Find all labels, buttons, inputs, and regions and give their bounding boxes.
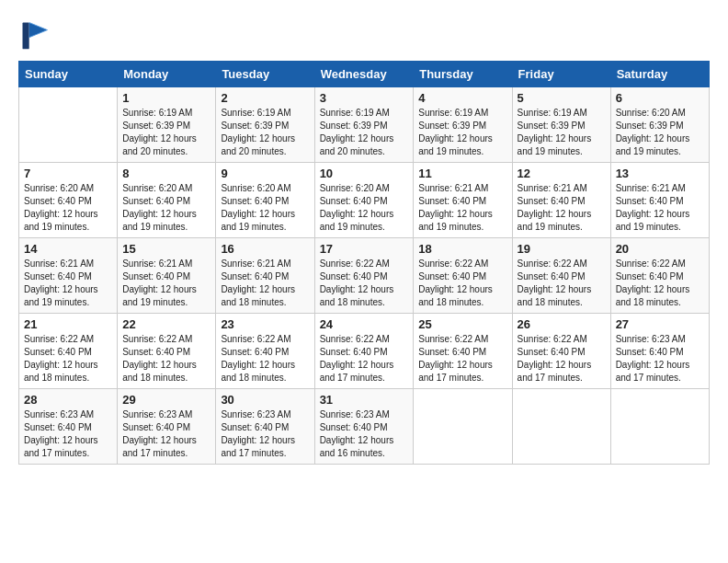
calendar-cell: 9Sunrise: 6:20 AM Sunset: 6:40 PM Daylig… — [216, 163, 314, 238]
calendar-cell: 23Sunrise: 6:22 AM Sunset: 6:40 PM Dayli… — [216, 314, 314, 389]
calendar-cell: 16Sunrise: 6:21 AM Sunset: 6:40 PM Dayli… — [216, 238, 314, 314]
calendar-cell: 10Sunrise: 6:20 AM Sunset: 6:40 PM Dayli… — [314, 163, 414, 238]
logo-icon — [18, 18, 51, 52]
logo — [18, 18, 55, 52]
day-info: Sunrise: 6:21 AM Sunset: 6:40 PM Dayligh… — [518, 182, 606, 234]
day-number: 18 — [418, 242, 506, 256]
weekday-header-tuesday: Tuesday — [216, 62, 314, 87]
day-info: Sunrise: 6:23 AM Sunset: 6:40 PM Dayligh… — [122, 408, 210, 460]
calendar-cell: 5Sunrise: 6:19 AM Sunset: 6:39 PM Daylig… — [512, 87, 610, 163]
day-number: 15 — [122, 242, 210, 256]
weekday-header-saturday: Saturday — [610, 62, 709, 87]
day-info: Sunrise: 6:22 AM Sunset: 6:40 PM Dayligh… — [320, 258, 409, 309]
day-info: Sunrise: 6:20 AM Sunset: 6:40 PM Dayligh… — [320, 182, 409, 234]
day-number: 27 — [616, 317, 704, 331]
day-info: Sunrise: 6:19 AM Sunset: 6:39 PM Dayligh… — [518, 107, 606, 158]
day-info: Sunrise: 6:20 AM Sunset: 6:40 PM Dayligh… — [24, 182, 112, 234]
day-info: Sunrise: 6:19 AM Sunset: 6:39 PM Dayligh… — [221, 107, 309, 158]
day-number: 6 — [616, 91, 704, 105]
day-info: Sunrise: 6:20 AM Sunset: 6:40 PM Dayligh… — [221, 182, 309, 234]
day-number: 3 — [320, 91, 409, 105]
calendar-cell — [512, 389, 610, 465]
weekday-header-monday: Monday — [118, 62, 216, 87]
calendar-cell: 3Sunrise: 6:19 AM Sunset: 6:39 PM Daylig… — [314, 87, 414, 163]
calendar-cell: 1Sunrise: 6:19 AM Sunset: 6:39 PM Daylig… — [118, 87, 216, 163]
day-info: Sunrise: 6:23 AM Sunset: 6:40 PM Dayligh… — [320, 408, 409, 460]
calendar-table: SundayMondayTuesdayWednesdayThursdayFrid… — [18, 61, 710, 465]
calendar-cell: 13Sunrise: 6:21 AM Sunset: 6:40 PM Dayli… — [610, 163, 709, 238]
day-number: 2 — [221, 91, 309, 105]
day-info: Sunrise: 6:19 AM Sunset: 6:39 PM Dayligh… — [418, 107, 506, 158]
day-number: 29 — [122, 393, 210, 407]
day-number: 12 — [518, 167, 606, 180]
day-info: Sunrise: 6:21 AM Sunset: 6:40 PM Dayligh… — [418, 182, 506, 234]
calendar-cell: 11Sunrise: 6:21 AM Sunset: 6:40 PM Dayli… — [414, 163, 512, 238]
calendar-cell: 22Sunrise: 6:22 AM Sunset: 6:40 PM Dayli… — [118, 314, 216, 389]
weekday-header-sunday: Sunday — [19, 62, 118, 87]
day-info: Sunrise: 6:19 AM Sunset: 6:39 PM Dayligh… — [122, 107, 210, 158]
day-info: Sunrise: 6:23 AM Sunset: 6:40 PM Dayligh… — [24, 408, 112, 460]
day-info: Sunrise: 6:23 AM Sunset: 6:40 PM Dayligh… — [616, 333, 704, 385]
day-number: 14 — [24, 242, 112, 256]
day-info: Sunrise: 6:22 AM Sunset: 6:40 PM Dayligh… — [616, 258, 704, 309]
weekday-header-wednesday: Wednesday — [314, 62, 414, 87]
day-info: Sunrise: 6:22 AM Sunset: 6:40 PM Dayligh… — [122, 333, 210, 385]
calendar-cell: 2Sunrise: 6:19 AM Sunset: 6:39 PM Daylig… — [216, 87, 314, 163]
day-number: 17 — [320, 242, 409, 256]
weekday-header-friday: Friday — [512, 62, 610, 87]
calendar-cell — [19, 87, 118, 163]
day-number: 26 — [518, 317, 606, 331]
day-info: Sunrise: 6:22 AM Sunset: 6:40 PM Dayligh… — [518, 333, 606, 385]
calendar-cell: 14Sunrise: 6:21 AM Sunset: 6:40 PM Dayli… — [19, 238, 118, 314]
calendar-cell: 30Sunrise: 6:23 AM Sunset: 6:40 PM Dayli… — [216, 389, 314, 465]
calendar-cell: 15Sunrise: 6:21 AM Sunset: 6:40 PM Dayli… — [118, 238, 216, 314]
day-info: Sunrise: 6:20 AM Sunset: 6:39 PM Dayligh… — [616, 107, 704, 158]
day-number: 16 — [221, 242, 309, 256]
day-number: 21 — [24, 317, 112, 331]
day-number: 20 — [616, 242, 704, 256]
day-number: 7 — [24, 167, 112, 180]
header — [18, 18, 710, 52]
calendar-week-1: 1Sunrise: 6:19 AM Sunset: 6:39 PM Daylig… — [19, 87, 710, 163]
calendar-cell: 19Sunrise: 6:22 AM Sunset: 6:40 PM Dayli… — [512, 238, 610, 314]
day-info: Sunrise: 6:22 AM Sunset: 6:40 PM Dayligh… — [418, 333, 506, 385]
calendar-cell: 27Sunrise: 6:23 AM Sunset: 6:40 PM Dayli… — [610, 314, 709, 389]
day-number: 9 — [221, 167, 309, 180]
day-number: 30 — [221, 393, 309, 407]
day-number: 13 — [616, 167, 704, 180]
calendar-cell: 25Sunrise: 6:22 AM Sunset: 6:40 PM Dayli… — [414, 314, 512, 389]
calendar-cell: 21Sunrise: 6:22 AM Sunset: 6:40 PM Dayli… — [19, 314, 118, 389]
day-info: Sunrise: 6:22 AM Sunset: 6:40 PM Dayligh… — [518, 258, 606, 309]
day-number: 25 — [418, 317, 506, 331]
day-number: 8 — [122, 167, 210, 180]
day-number: 10 — [320, 167, 409, 180]
day-info: Sunrise: 6:20 AM Sunset: 6:40 PM Dayligh… — [122, 182, 210, 234]
weekday-header-row: SundayMondayTuesdayWednesdayThursdayFrid… — [19, 62, 710, 87]
calendar-cell: 18Sunrise: 6:22 AM Sunset: 6:40 PM Dayli… — [414, 238, 512, 314]
day-info: Sunrise: 6:21 AM Sunset: 6:40 PM Dayligh… — [616, 182, 704, 234]
day-number: 22 — [122, 317, 210, 331]
calendar-week-2: 7Sunrise: 6:20 AM Sunset: 6:40 PM Daylig… — [19, 163, 710, 238]
day-info: Sunrise: 6:19 AM Sunset: 6:39 PM Dayligh… — [320, 107, 409, 158]
calendar-week-3: 14Sunrise: 6:21 AM Sunset: 6:40 PM Dayli… — [19, 238, 710, 314]
calendar-cell — [414, 389, 512, 465]
calendar-cell: 4Sunrise: 6:19 AM Sunset: 6:39 PM Daylig… — [414, 87, 512, 163]
day-number: 28 — [24, 393, 112, 407]
calendar-cell: 24Sunrise: 6:22 AM Sunset: 6:40 PM Dayli… — [314, 314, 414, 389]
day-number: 24 — [320, 317, 409, 331]
day-number: 31 — [320, 393, 409, 407]
weekday-header-thursday: Thursday — [414, 62, 512, 87]
calendar-week-4: 21Sunrise: 6:22 AM Sunset: 6:40 PM Dayli… — [19, 314, 710, 389]
day-info: Sunrise: 6:22 AM Sunset: 6:40 PM Dayligh… — [418, 258, 506, 309]
calendar-cell: 20Sunrise: 6:22 AM Sunset: 6:40 PM Dayli… — [610, 238, 709, 314]
day-number: 1 — [122, 91, 210, 105]
calendar-cell: 26Sunrise: 6:22 AM Sunset: 6:40 PM Dayli… — [512, 314, 610, 389]
calendar-cell: 31Sunrise: 6:23 AM Sunset: 6:40 PM Dayli… — [314, 389, 414, 465]
day-number: 5 — [518, 91, 606, 105]
day-info: Sunrise: 6:21 AM Sunset: 6:40 PM Dayligh… — [221, 258, 309, 309]
day-info: Sunrise: 6:22 AM Sunset: 6:40 PM Dayligh… — [24, 333, 112, 385]
day-info: Sunrise: 6:21 AM Sunset: 6:40 PM Dayligh… — [24, 258, 112, 309]
day-info: Sunrise: 6:22 AM Sunset: 6:40 PM Dayligh… — [320, 333, 409, 385]
day-number: 19 — [518, 242, 606, 256]
calendar-cell: 7Sunrise: 6:20 AM Sunset: 6:40 PM Daylig… — [19, 163, 118, 238]
